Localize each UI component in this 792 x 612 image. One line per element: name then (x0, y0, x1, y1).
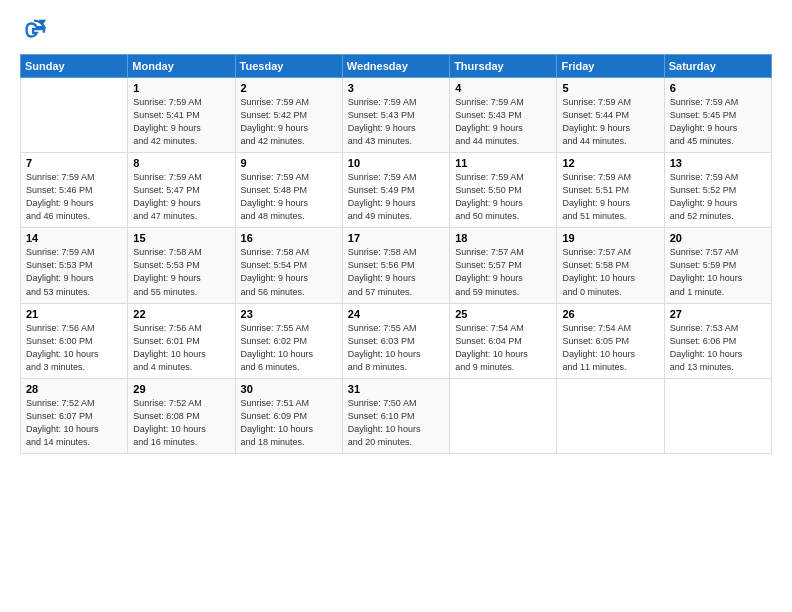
day-cell: 26Sunrise: 7:54 AMSunset: 6:05 PMDayligh… (557, 303, 664, 378)
logo (20, 16, 52, 44)
day-info: Sunrise: 7:55 AMSunset: 6:02 PMDaylight:… (241, 322, 337, 374)
day-info: Sunrise: 7:59 AMSunset: 5:49 PMDaylight:… (348, 171, 444, 223)
weekday-header: Saturday (664, 55, 771, 78)
day-number: 24 (348, 308, 444, 320)
day-cell: 18Sunrise: 7:57 AMSunset: 5:57 PMDayligh… (450, 228, 557, 303)
day-number: 30 (241, 383, 337, 395)
day-info: Sunrise: 7:52 AMSunset: 6:07 PMDaylight:… (26, 397, 122, 449)
day-info: Sunrise: 7:58 AMSunset: 5:54 PMDaylight:… (241, 246, 337, 298)
day-cell: 31Sunrise: 7:50 AMSunset: 6:10 PMDayligh… (342, 378, 449, 453)
day-info: Sunrise: 7:57 AMSunset: 5:57 PMDaylight:… (455, 246, 551, 298)
day-number: 13 (670, 157, 766, 169)
day-cell: 23Sunrise: 7:55 AMSunset: 6:02 PMDayligh… (235, 303, 342, 378)
day-cell: 8Sunrise: 7:59 AMSunset: 5:47 PMDaylight… (128, 153, 235, 228)
day-info: Sunrise: 7:59 AMSunset: 5:48 PMDaylight:… (241, 171, 337, 223)
day-cell: 16Sunrise: 7:58 AMSunset: 5:54 PMDayligh… (235, 228, 342, 303)
day-info: Sunrise: 7:58 AMSunset: 5:56 PMDaylight:… (348, 246, 444, 298)
weekday-header: Wednesday (342, 55, 449, 78)
day-info: Sunrise: 7:54 AMSunset: 6:05 PMDaylight:… (562, 322, 658, 374)
day-number: 4 (455, 82, 551, 94)
day-cell: 2Sunrise: 7:59 AMSunset: 5:42 PMDaylight… (235, 78, 342, 153)
day-info: Sunrise: 7:59 AMSunset: 5:53 PMDaylight:… (26, 246, 122, 298)
day-cell: 4Sunrise: 7:59 AMSunset: 5:43 PMDaylight… (450, 78, 557, 153)
weekday-header: Thursday (450, 55, 557, 78)
day-cell (21, 78, 128, 153)
weekday-header: Friday (557, 55, 664, 78)
day-info: Sunrise: 7:53 AMSunset: 6:06 PMDaylight:… (670, 322, 766, 374)
day-cell: 29Sunrise: 7:52 AMSunset: 6:08 PMDayligh… (128, 378, 235, 453)
calendar: SundayMondayTuesdayWednesdayThursdayFrid… (20, 54, 772, 454)
day-cell: 3Sunrise: 7:59 AMSunset: 5:43 PMDaylight… (342, 78, 449, 153)
week-row: 14Sunrise: 7:59 AMSunset: 5:53 PMDayligh… (21, 228, 772, 303)
day-number: 19 (562, 232, 658, 244)
day-number: 14 (26, 232, 122, 244)
day-info: Sunrise: 7:59 AMSunset: 5:51 PMDaylight:… (562, 171, 658, 223)
weekday-header: Tuesday (235, 55, 342, 78)
day-info: Sunrise: 7:59 AMSunset: 5:42 PMDaylight:… (241, 96, 337, 148)
day-cell: 11Sunrise: 7:59 AMSunset: 5:50 PMDayligh… (450, 153, 557, 228)
day-info: Sunrise: 7:59 AMSunset: 5:47 PMDaylight:… (133, 171, 229, 223)
day-info: Sunrise: 7:52 AMSunset: 6:08 PMDaylight:… (133, 397, 229, 449)
day-cell (450, 378, 557, 453)
day-cell: 7Sunrise: 7:59 AMSunset: 5:46 PMDaylight… (21, 153, 128, 228)
day-info: Sunrise: 7:59 AMSunset: 5:46 PMDaylight:… (26, 171, 122, 223)
day-cell: 6Sunrise: 7:59 AMSunset: 5:45 PMDaylight… (664, 78, 771, 153)
week-row: 28Sunrise: 7:52 AMSunset: 6:07 PMDayligh… (21, 378, 772, 453)
day-number: 12 (562, 157, 658, 169)
day-number: 16 (241, 232, 337, 244)
day-number: 7 (26, 157, 122, 169)
day-number: 22 (133, 308, 229, 320)
day-number: 27 (670, 308, 766, 320)
day-number: 6 (670, 82, 766, 94)
day-number: 26 (562, 308, 658, 320)
day-number: 9 (241, 157, 337, 169)
day-cell: 10Sunrise: 7:59 AMSunset: 5:49 PMDayligh… (342, 153, 449, 228)
day-number: 10 (348, 157, 444, 169)
week-row: 7Sunrise: 7:59 AMSunset: 5:46 PMDaylight… (21, 153, 772, 228)
day-info: Sunrise: 7:56 AMSunset: 6:01 PMDaylight:… (133, 322, 229, 374)
day-cell: 12Sunrise: 7:59 AMSunset: 5:51 PMDayligh… (557, 153, 664, 228)
calendar-header: SundayMondayTuesdayWednesdayThursdayFrid… (21, 55, 772, 78)
header (20, 16, 772, 44)
week-row: 21Sunrise: 7:56 AMSunset: 6:00 PMDayligh… (21, 303, 772, 378)
day-info: Sunrise: 7:59 AMSunset: 5:52 PMDaylight:… (670, 171, 766, 223)
day-cell: 20Sunrise: 7:57 AMSunset: 5:59 PMDayligh… (664, 228, 771, 303)
day-info: Sunrise: 7:59 AMSunset: 5:45 PMDaylight:… (670, 96, 766, 148)
day-number: 1 (133, 82, 229, 94)
day-cell: 25Sunrise: 7:54 AMSunset: 6:04 PMDayligh… (450, 303, 557, 378)
day-number: 5 (562, 82, 658, 94)
day-cell (557, 378, 664, 453)
day-number: 11 (455, 157, 551, 169)
day-cell: 17Sunrise: 7:58 AMSunset: 5:56 PMDayligh… (342, 228, 449, 303)
day-number: 3 (348, 82, 444, 94)
calendar-body: 1Sunrise: 7:59 AMSunset: 5:41 PMDaylight… (21, 78, 772, 454)
day-number: 15 (133, 232, 229, 244)
day-number: 2 (241, 82, 337, 94)
day-number: 29 (133, 383, 229, 395)
day-info: Sunrise: 7:59 AMSunset: 5:44 PMDaylight:… (562, 96, 658, 148)
day-number: 20 (670, 232, 766, 244)
day-number: 21 (26, 308, 122, 320)
day-number: 8 (133, 157, 229, 169)
day-info: Sunrise: 7:55 AMSunset: 6:03 PMDaylight:… (348, 322, 444, 374)
weekday-header: Sunday (21, 55, 128, 78)
week-row: 1Sunrise: 7:59 AMSunset: 5:41 PMDaylight… (21, 78, 772, 153)
day-info: Sunrise: 7:54 AMSunset: 6:04 PMDaylight:… (455, 322, 551, 374)
day-cell: 19Sunrise: 7:57 AMSunset: 5:58 PMDayligh… (557, 228, 664, 303)
day-info: Sunrise: 7:59 AMSunset: 5:43 PMDaylight:… (348, 96, 444, 148)
day-info: Sunrise: 7:59 AMSunset: 5:43 PMDaylight:… (455, 96, 551, 148)
day-number: 28 (26, 383, 122, 395)
day-info: Sunrise: 7:58 AMSunset: 5:53 PMDaylight:… (133, 246, 229, 298)
day-cell: 15Sunrise: 7:58 AMSunset: 5:53 PMDayligh… (128, 228, 235, 303)
day-info: Sunrise: 7:56 AMSunset: 6:00 PMDaylight:… (26, 322, 122, 374)
day-number: 23 (241, 308, 337, 320)
day-cell: 22Sunrise: 7:56 AMSunset: 6:01 PMDayligh… (128, 303, 235, 378)
day-info: Sunrise: 7:57 AMSunset: 5:58 PMDaylight:… (562, 246, 658, 298)
day-number: 17 (348, 232, 444, 244)
day-info: Sunrise: 7:59 AMSunset: 5:41 PMDaylight:… (133, 96, 229, 148)
day-number: 18 (455, 232, 551, 244)
day-cell: 13Sunrise: 7:59 AMSunset: 5:52 PMDayligh… (664, 153, 771, 228)
day-cell: 30Sunrise: 7:51 AMSunset: 6:09 PMDayligh… (235, 378, 342, 453)
day-cell: 28Sunrise: 7:52 AMSunset: 6:07 PMDayligh… (21, 378, 128, 453)
day-cell: 5Sunrise: 7:59 AMSunset: 5:44 PMDaylight… (557, 78, 664, 153)
